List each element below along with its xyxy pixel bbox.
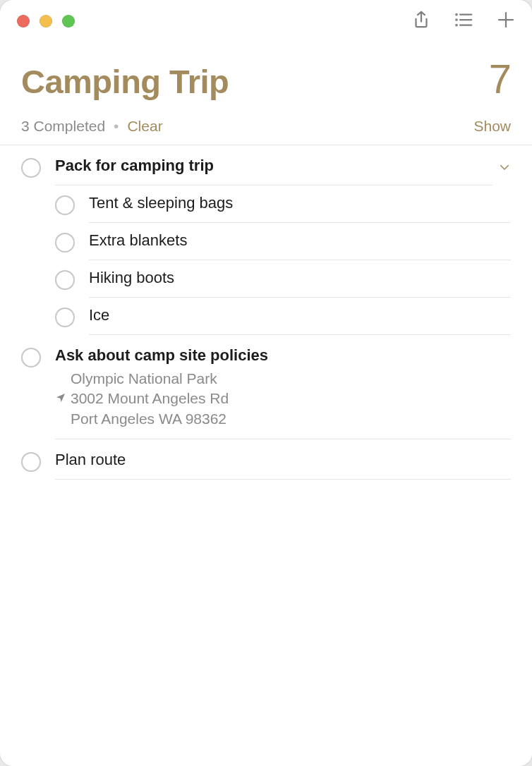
list-header: Camping Trip 7 [0, 42, 532, 108]
reminders-window: Camping Trip 7 3 Completed • Clear Show … [0, 0, 532, 766]
reminder-row[interactable]: Ask about camp site policies Olympic Nat… [21, 335, 511, 439]
subtask-row[interactable]: Ice [21, 298, 511, 335]
subtask-title: Extra blankets [89, 231, 511, 250]
reminder-title: Pack for camping trip [55, 157, 492, 175]
reminder-title: Plan route [55, 451, 511, 469]
complete-toggle[interactable] [55, 270, 75, 290]
titlebar [0, 0, 532, 42]
svg-point-0 [456, 14, 457, 16]
complete-toggle[interactable] [21, 158, 41, 178]
minimize-window-button[interactable] [40, 15, 52, 28]
location-arrow-icon [55, 389, 66, 408]
complete-toggle[interactable] [55, 308, 75, 327]
reminder-location: Olympic National Park 3002 Mount Angeles… [55, 369, 511, 429]
window-controls [17, 15, 75, 28]
status-row: 3 Completed • Clear Show [0, 108, 532, 145]
subtask-row[interactable]: Hiking boots [21, 260, 511, 298]
subtask-row[interactable]: Tent & sleeping bags [21, 186, 511, 223]
list-format-icon[interactable] [453, 9, 474, 33]
toolbar [411, 9, 516, 33]
complete-toggle[interactable] [55, 195, 75, 215]
chevron-down-icon[interactable] [498, 161, 511, 176]
share-icon[interactable] [411, 9, 432, 33]
location-street: 3002 Mount Angeles Rd [71, 389, 229, 408]
location-city: Port Angeles WA 98362 [55, 409, 511, 429]
completed-count-label: 3 Completed [21, 118, 105, 135]
list-title: Camping Trip [21, 62, 229, 101]
subtask-title: Tent & sleeping bags [89, 194, 511, 212]
reminder-row[interactable]: Plan route [21, 439, 511, 480]
svg-point-4 [456, 25, 457, 26]
subtask-title: Ice [89, 306, 511, 324]
remaining-count: 7 [489, 55, 511, 102]
reminders-list: Pack for camping trip Tent & sleeping ba… [0, 145, 532, 480]
fullscreen-window-button[interactable] [62, 15, 75, 28]
subtask-title: Hiking boots [89, 269, 511, 287]
complete-toggle[interactable] [21, 348, 41, 367]
clear-completed-button[interactable]: Clear [127, 118, 162, 135]
reminder-row[interactable]: Pack for camping trip [21, 145, 511, 186]
separator-dot: • [114, 118, 119, 135]
complete-toggle[interactable] [21, 452, 41, 472]
complete-toggle[interactable] [55, 233, 75, 253]
location-name: Olympic National Park [55, 369, 511, 389]
plus-icon[interactable] [495, 9, 516, 33]
subtask-row[interactable]: Extra blankets [21, 223, 511, 260]
svg-point-2 [456, 19, 457, 20]
show-completed-button[interactable]: Show [473, 118, 511, 135]
reminder-title: Ask about camp site policies [55, 346, 511, 365]
close-window-button[interactable] [17, 15, 30, 28]
